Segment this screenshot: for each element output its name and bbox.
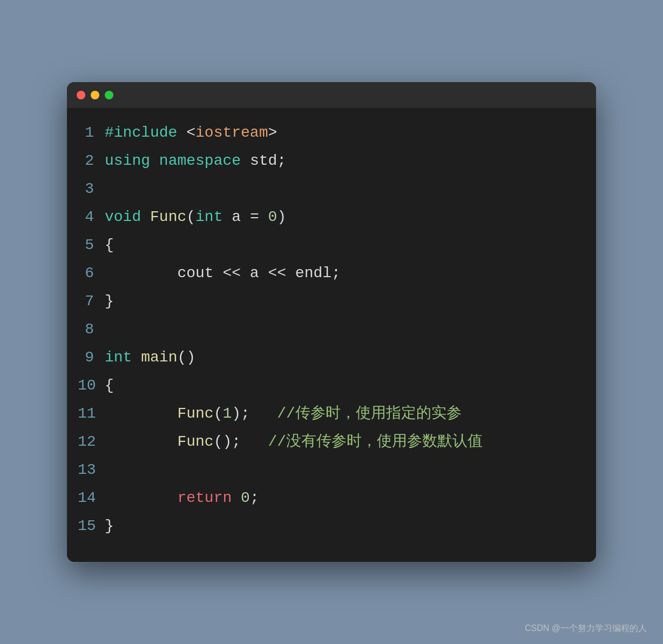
code-content: #include <iostream>: [105, 119, 277, 147]
line-number: 7: [78, 287, 105, 316]
line-number: 10: [78, 372, 105, 400]
line-number: 3: [78, 175, 105, 203]
code-line-14: 14 return 0;: [78, 484, 580, 512]
line-number: 14: [78, 484, 105, 512]
code-line-9: 9 int main(): [78, 344, 580, 372]
line-number: 5: [78, 231, 105, 259]
line-number: 4: [78, 203, 105, 231]
code-line-13: 13: [78, 456, 580, 484]
code-content: {: [105, 372, 114, 400]
code-line-15: 15 }: [78, 512, 580, 540]
code-line-11: 11 Func(1); //传参时，使用指定的实参: [78, 400, 580, 428]
code-content: return 0;: [105, 484, 259, 512]
code-content: }: [105, 512, 114, 540]
code-content: {: [105, 231, 114, 259]
code-line-8: 8: [78, 316, 580, 344]
line-number: 12: [78, 428, 105, 456]
code-line-1: 1 #include <iostream>: [78, 119, 580, 147]
line-number: 6: [78, 259, 105, 287]
close-button[interactable]: [77, 91, 85, 99]
code-line-12: 12 Func(); //没有传参时，使用参数默认值: [78, 428, 580, 456]
code-content: cout << a << endl;: [105, 259, 341, 287]
code-line-4: 4 void Func(int a = 0): [78, 203, 580, 231]
minimize-button[interactable]: [91, 91, 99, 99]
watermark: CSDN @一个努力学习编程的人: [525, 623, 647, 634]
line-number: 1: [78, 119, 105, 147]
code-content: void Func(int a = 0): [105, 203, 286, 231]
code-line-5: 5 {: [78, 231, 580, 259]
code-window: 1 #include <iostream> 2 using namespace …: [67, 82, 596, 562]
code-content: Func(1); //传参时，使用指定的实参: [105, 400, 462, 428]
code-line-7: 7 }: [78, 287, 580, 316]
line-number: 2: [78, 147, 105, 175]
code-content: Func(); //没有传参时，使用参数默认值: [105, 428, 483, 456]
code-line-2: 2 using namespace std;: [78, 147, 580, 175]
code-editor: 1 #include <iostream> 2 using namespace …: [67, 108, 596, 562]
titlebar: [67, 82, 596, 108]
maximize-button[interactable]: [105, 91, 113, 99]
line-number: 11: [78, 400, 105, 428]
code-line-10: 10 {: [78, 372, 580, 400]
code-content: using namespace std;: [105, 147, 286, 175]
line-number: 8: [78, 316, 105, 344]
code-content: int main(): [105, 344, 195, 372]
line-number: 9: [78, 344, 105, 372]
line-number: 13: [78, 456, 105, 484]
code-content: }: [105, 287, 114, 316]
line-number: 15: [78, 512, 105, 540]
code-line-3: 3: [78, 175, 580, 203]
code-line-6: 6 cout << a << endl;: [78, 259, 580, 287]
